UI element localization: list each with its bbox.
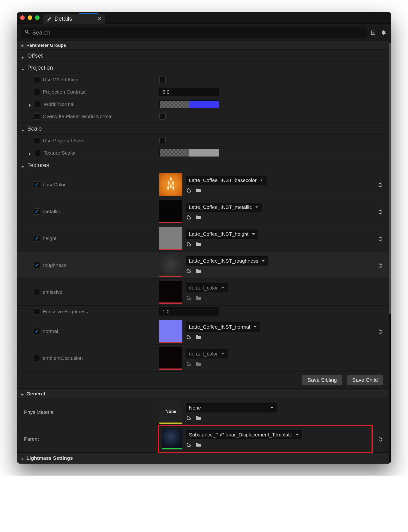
- override-checkbox[interactable]: [34, 289, 40, 295]
- group-projection[interactable]: Projection: [17, 62, 389, 74]
- value-checkbox[interactable]: [159, 113, 166, 120]
- caret-right-icon[interactable]: [28, 151, 32, 154]
- chevron-down-icon: [262, 258, 265, 264]
- number-value: 6.0: [162, 89, 170, 95]
- texture-thumbnail[interactable]: [162, 429, 182, 449]
- section-lightmass[interactable]: Lightmass Settings: [17, 453, 389, 463]
- browse-asset-icon[interactable]: [195, 187, 202, 194]
- override-checkbox[interactable]: [34, 113, 40, 120]
- close-window-button[interactable]: [20, 15, 25, 20]
- reset-to-default[interactable]: [372, 318, 389, 344]
- save-sibling-button[interactable]: Save Sibling: [302, 375, 342, 385]
- browse-asset-icon[interactable]: [195, 415, 202, 421]
- param-label: World Normal: [44, 101, 74, 107]
- override-checkbox[interactable]: [34, 137, 40, 144]
- browse-asset-icon[interactable]: [195, 295, 202, 301]
- override-checkbox[interactable]: [34, 208, 40, 215]
- scrollbar[interactable]: [389, 41, 391, 463]
- use-selected-icon[interactable]: [186, 334, 192, 340]
- gear-icon[interactable]: [380, 29, 387, 36]
- save-child-button[interactable]: Save Child: [347, 375, 383, 385]
- use-selected-icon[interactable]: [186, 241, 192, 247]
- override-checkbox[interactable]: [34, 89, 40, 95]
- use-selected-icon[interactable]: [186, 268, 192, 274]
- texture-thumbnail[interactable]: [159, 227, 182, 250]
- override-checkbox[interactable]: [34, 328, 40, 335]
- texture-thumbnail[interactable]: None: [159, 401, 182, 424]
- browse-asset-icon[interactable]: [195, 241, 202, 247]
- asset-picker[interactable]: Substance_TriPlanar_Displacement_Templat…: [186, 430, 302, 439]
- browse-asset-icon[interactable]: [195, 214, 202, 220]
- override-checkbox[interactable]: [34, 355, 40, 361]
- use-selected-icon[interactable]: [186, 187, 192, 194]
- minimize-window-button[interactable]: [28, 15, 32, 20]
- titlebar: Details ✕: [17, 12, 391, 24]
- panel-content: Parameter Groups Offset Projection Use W…: [17, 41, 389, 463]
- asset-picker[interactable]: Latte_Coffee_INST_roughness: [186, 256, 268, 266]
- texture-thumbnail[interactable]: [159, 200, 182, 223]
- asset-picker[interactable]: None: [186, 403, 277, 412]
- asset-picker[interactable]: default_color: [186, 349, 228, 358]
- scroll-thumb[interactable]: [389, 43, 391, 314]
- override-checkbox[interactable]: [34, 77, 40, 83]
- use-selected-icon[interactable]: [186, 415, 192, 421]
- texture-thumbnail[interactable]: [159, 173, 182, 196]
- row-use-world-align: Use World Align: [17, 74, 389, 86]
- reset-to-default[interactable]: [372, 225, 389, 252]
- asset-picker[interactable]: Latte_Coffee_INST_normal: [186, 322, 260, 332]
- chevron-down-icon: [271, 405, 274, 411]
- search-input[interactable]: Search: [21, 27, 367, 38]
- value-checkbox[interactable]: [159, 137, 166, 144]
- number-input[interactable]: 1.0: [159, 307, 219, 316]
- group-offset[interactable]: Offset: [17, 50, 389, 62]
- asset-picker[interactable]: Latte_Coffee_INST_metallic: [186, 203, 262, 212]
- asset-picker[interactable]: Latte_Coffee_INST_basecolor: [186, 176, 266, 185]
- reset-to-default[interactable]: [372, 252, 389, 278]
- param-label: height: [43, 235, 56, 241]
- caret-right-icon[interactable]: [28, 103, 32, 106]
- texture-thumbnail[interactable]: [159, 281, 182, 304]
- maximize-window-button[interactable]: [35, 15, 40, 20]
- number-input[interactable]: 6.0: [159, 88, 219, 96]
- color-swatch[interactable]: [159, 100, 219, 108]
- override-checkbox[interactable]: [34, 101, 41, 107]
- value-checkbox[interactable]: [159, 77, 166, 83]
- param-label: Phys Material: [24, 409, 54, 415]
- use-selected-icon[interactable]: [186, 214, 192, 220]
- reset-to-default[interactable]: [372, 171, 389, 198]
- override-checkbox[interactable]: [34, 262, 40, 268]
- texture-thumbnail[interactable]: [159, 254, 182, 277]
- use-selected-icon[interactable]: [186, 361, 192, 367]
- color-swatch[interactable]: [159, 149, 219, 157]
- tab-active-indicator: [79, 13, 98, 14]
- group-scale[interactable]: Scale: [17, 123, 389, 135]
- override-checkbox[interactable]: [34, 150, 41, 156]
- section-parameter-groups[interactable]: Parameter Groups: [17, 41, 389, 50]
- browse-asset-icon[interactable]: [195, 361, 202, 367]
- browse-asset-icon[interactable]: [195, 442, 202, 448]
- caret-down-icon: [21, 44, 24, 47]
- param-label: baseColor: [43, 182, 66, 188]
- tab-close-icon[interactable]: ✕: [97, 16, 102, 22]
- search-row: Search: [17, 24, 391, 41]
- button-label: Save Child: [352, 377, 378, 383]
- override-checkbox[interactable]: [34, 235, 40, 241]
- tab-details[interactable]: Details ✕: [43, 14, 105, 24]
- row-world-normal: World Normal: [17, 98, 389, 111]
- browse-asset-icon[interactable]: [195, 268, 202, 274]
- texture-thumbnail[interactable]: [159, 320, 182, 343]
- section-label: Parameter Groups: [26, 43, 66, 48]
- browse-asset-icon[interactable]: [195, 334, 202, 340]
- panel-layout-icon[interactable]: [370, 29, 377, 36]
- use-selected-icon[interactable]: [186, 295, 192, 301]
- asset-picker[interactable]: default_color: [186, 283, 228, 292]
- override-checkbox[interactable]: [34, 181, 40, 188]
- reset-to-default[interactable]: [372, 426, 389, 452]
- use-selected-icon[interactable]: [186, 442, 192, 448]
- group-textures[interactable]: Textures: [17, 159, 389, 171]
- asset-picker[interactable]: Latte_Coffee_INST_height: [186, 230, 258, 239]
- section-general[interactable]: General: [17, 389, 389, 399]
- texture-thumbnail[interactable]: [159, 347, 182, 370]
- override-checkbox[interactable]: [34, 309, 40, 315]
- reset-to-default[interactable]: [372, 198, 389, 225]
